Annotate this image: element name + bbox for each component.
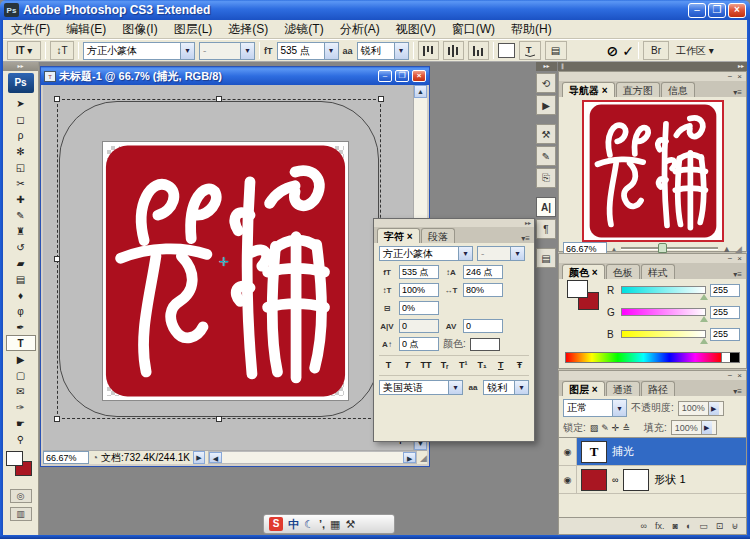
panel-collapse-handle[interactable]: ▸▸ xyxy=(374,219,534,227)
navigator-thumbnail[interactable] xyxy=(584,102,722,240)
toggle-palettes-button[interactable]: ▤ xyxy=(545,41,567,60)
blend-mode-select[interactable]: 正常 ▾ xyxy=(563,399,627,417)
panel-close-icon[interactable]: × xyxy=(737,72,742,81)
tool-type-selected[interactable]: T xyxy=(6,335,36,351)
shape-layer-thumbnail[interactable] xyxy=(581,469,607,491)
scroll-left-arrow[interactable]: ◀ xyxy=(209,452,222,463)
minimize-button[interactable]: – xyxy=(688,3,706,18)
menu-image[interactable]: 图像(I) xyxy=(114,21,165,38)
ime-punctuation-icon[interactable]: ’, xyxy=(319,518,325,530)
language-select[interactable]: 美国英语 ▾ xyxy=(379,380,463,395)
lock-transparency-icon[interactable]: ▨ xyxy=(590,423,599,433)
tool-preset-picker[interactable]: IT ▾ xyxy=(7,41,41,60)
new-layer-icon[interactable]: ⊡ xyxy=(716,521,724,531)
navigator-zoom-slider[interactable] xyxy=(621,247,718,250)
tool-move[interactable]: ➤ xyxy=(6,95,36,111)
chevron-down-icon[interactable]: ▾ xyxy=(612,400,626,416)
panel-minimize-icon[interactable]: − xyxy=(728,254,733,263)
tool-history-brush[interactable]: ↺ xyxy=(6,239,36,255)
panel-minimize-icon[interactable]: − xyxy=(728,371,733,380)
commit-edits-button[interactable]: ✓ xyxy=(622,43,634,59)
transform-handle[interactable] xyxy=(54,256,60,262)
green-value-input[interactable] xyxy=(710,306,740,319)
canvas-area[interactable]: ✛ ➤ ✛ xyxy=(43,85,413,450)
tab-histogram[interactable]: 直方图 xyxy=(616,82,660,97)
tab-styles[interactable]: 样式 xyxy=(641,264,675,279)
scroll-right-arrow[interactable]: ▶ xyxy=(403,452,416,463)
bridge-button[interactable]: Br xyxy=(643,41,669,60)
tool-hand[interactable]: ☛ xyxy=(6,415,36,431)
close-button[interactable]: × xyxy=(728,3,746,18)
history-panel-icon[interactable]: ⟲ xyxy=(536,73,556,93)
link-layers-icon[interactable]: ∞ xyxy=(641,521,647,531)
tool-shape[interactable]: ▢ xyxy=(6,367,36,383)
screen-mode-button[interactable]: ▥ xyxy=(10,507,32,521)
dock-drag-handle[interactable]: ∥ xyxy=(561,62,564,71)
text-color-swatch[interactable] xyxy=(498,43,515,58)
strikethrough-button[interactable]: Ŧ xyxy=(512,358,527,372)
panel-minimize-icon[interactable]: − xyxy=(728,72,733,81)
chevron-down-icon[interactable]: ▾ xyxy=(180,43,194,59)
tool-slice[interactable]: ✂ xyxy=(6,175,36,191)
tab-layers[interactable]: 图层 × xyxy=(562,381,605,396)
tool-notes[interactable]: ✉ xyxy=(6,383,36,399)
tab-character[interactable]: 字符 × xyxy=(377,228,420,243)
menu-select[interactable]: 选择(S) xyxy=(220,21,276,38)
transform-handle[interactable] xyxy=(216,416,222,422)
tab-info[interactable]: 信息 xyxy=(661,82,695,97)
white-swatch[interactable] xyxy=(721,353,730,362)
panel-close-icon[interactable]: × xyxy=(737,371,742,380)
doc-close-button[interactable]: × xyxy=(412,70,426,82)
black-swatch[interactable] xyxy=(730,353,739,362)
ime-chinese-mode-icon[interactable]: 中 xyxy=(288,517,299,532)
paragraph-panel-icon[interactable]: ¶ xyxy=(536,219,556,239)
small-caps-button[interactable]: Tᵣ xyxy=(437,358,452,372)
ime-fullwidth-icon[interactable]: ☾ xyxy=(304,518,314,531)
brushes-panel-icon[interactable]: ✎ xyxy=(536,146,556,166)
tool-presets-panel-icon[interactable]: ⚒ xyxy=(536,124,556,144)
align-bottom-button[interactable] xyxy=(468,41,489,60)
vertical-scale-input[interactable] xyxy=(399,283,439,297)
menu-edit[interactable]: 编辑(E) xyxy=(58,21,114,38)
text-color-swatch[interactable] xyxy=(470,338,500,351)
layer-name[interactable]: 形状 1 xyxy=(654,472,685,487)
superscript-button[interactable]: T¹ xyxy=(456,358,471,372)
visibility-eye-icon[interactable]: ◉ xyxy=(559,438,577,465)
dock-collapse-handle[interactable]: ▸▸ xyxy=(738,62,744,71)
tool-clone-stamp[interactable]: ♜ xyxy=(6,223,36,239)
menu-filter[interactable]: 滤镜(T) xyxy=(276,21,331,38)
panel-resize-grip[interactable]: ◢ xyxy=(735,244,742,254)
subscript-button[interactable]: T₁ xyxy=(475,358,490,372)
vector-mask-thumbnail[interactable] xyxy=(623,469,649,491)
red-value-input[interactable] xyxy=(710,284,740,297)
green-channel-slider[interactable] xyxy=(621,308,706,316)
text-orientation-button[interactable]: ↕T xyxy=(50,41,74,60)
faux-bold-button[interactable]: T xyxy=(381,358,396,372)
underline-button[interactable]: T xyxy=(493,358,508,372)
cp-font-style-select[interactable]: - ▾ xyxy=(477,246,525,261)
tool-crop[interactable]: ◱ xyxy=(6,159,36,175)
chevron-down-icon[interactable]: ▾ xyxy=(394,43,408,59)
ime-logo[interactable]: S xyxy=(269,517,283,531)
proportional-spacing-input[interactable] xyxy=(399,301,439,315)
clone-source-panel-icon[interactable]: ⎘ xyxy=(536,168,556,188)
layer-row-text[interactable]: ◉ T 捕光 xyxy=(559,438,746,466)
toolbox-collapse-handle[interactable]: ▸▸ xyxy=(3,62,38,71)
slider-thumb[interactable] xyxy=(700,316,708,322)
resize-grip[interactable]: ◢ xyxy=(420,453,427,463)
leading-input[interactable] xyxy=(463,265,503,279)
lock-position-icon[interactable]: ✛ xyxy=(612,423,620,433)
opacity-field[interactable]: 100% ▶ xyxy=(678,401,724,416)
layer-comps-panel-icon[interactable]: ▤ xyxy=(536,248,556,268)
workspace-button[interactable]: 工作区 ▾ xyxy=(673,41,717,60)
horizontal-scrollbar[interactable]: ◀ ▶ xyxy=(208,451,417,464)
slider-thumb[interactable] xyxy=(700,338,708,344)
tool-brush[interactable]: ✎ xyxy=(6,207,36,223)
tab-channels[interactable]: 通道 xyxy=(606,381,640,396)
tool-magic-wand[interactable]: ✻ xyxy=(6,143,36,159)
color-spectrum-ramp[interactable] xyxy=(565,352,740,363)
zoom-out-mountain-icon[interactable]: ▲ xyxy=(611,246,617,252)
layer-name[interactable]: 捕光 xyxy=(612,444,634,459)
tool-path-selection[interactable]: ▶ xyxy=(6,351,36,367)
all-caps-button[interactable]: TT xyxy=(418,358,433,372)
